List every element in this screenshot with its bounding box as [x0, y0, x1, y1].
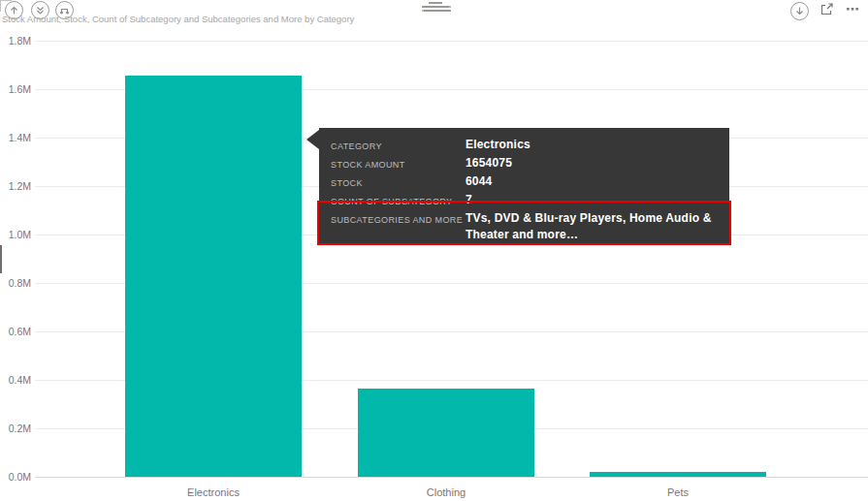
tooltip-row: STOCK AMOUNT1654075 — [331, 155, 718, 173]
tooltip-arrow — [306, 130, 319, 149]
gridline — [35, 41, 868, 42]
x-axis-tick-label: Clothing — [388, 486, 504, 498]
tooltip: CATEGORYElectronicsSTOCK AMOUNT1654075ST… — [319, 128, 729, 244]
x-axis-tick-label: Pets — [620, 486, 736, 498]
tooltip-field-value: Electronics — [466, 137, 718, 153]
gridline — [35, 477, 868, 478]
y-axis-tick-label: 0.2M — [0, 423, 31, 434]
tooltip-field-label: STOCK — [331, 173, 466, 192]
y-axis-tick-label: 1.4M — [0, 132, 31, 143]
y-axis-tick-label: 1.2M — [0, 180, 31, 192]
drag-handle-line — [422, 10, 451, 12]
y-axis-tick-label: 0.8M — [0, 277, 31, 289]
tooltip-field-label: SUBCATEGORIES AND MORE — [331, 210, 466, 229]
drill-down-button[interactable] — [790, 2, 809, 20]
drag-handle-line — [429, 2, 442, 4]
tooltip-row: SUBCATEGORIES AND MORETVs, DVD & Blu-ray… — [331, 210, 718, 243]
more-options-icon: ⋯ — [846, 4, 861, 14]
tooltip-field-value: 7 — [466, 192, 718, 208]
tooltip-row: STOCK6044 — [331, 173, 718, 192]
y-axis-title-clipped — [0, 245, 2, 273]
y-axis-tick-label: 1.0M — [0, 229, 31, 240]
focus-mode-icon — [820, 2, 834, 20]
bar-pets[interactable] — [590, 472, 766, 477]
powerbi-visual-container: ⋯ Stock Amount, Stock, Count of Subcateg… — [0, 0, 868, 501]
tooltip-row: CATEGORYElectronics — [331, 137, 718, 155]
y-axis-tick-label: 1.8M — [0, 35, 31, 47]
y-axis-tick-label: 0.4M — [0, 374, 31, 386]
more-options-button[interactable]: ⋯ — [842, 2, 865, 16]
drag-handle-line — [422, 6, 451, 8]
tooltip-field-label: COUNT OF SUBCATEGORY — [331, 192, 466, 210]
focus-mode-button[interactable] — [820, 4, 834, 18]
chart-title: Stock Amount, Stock, Count of Subcategor… — [2, 14, 354, 24]
bar-clothing[interactable] — [358, 389, 534, 477]
tooltip-field-value: TVs, DVD & Blu-ray Players, Home Audio &… — [466, 210, 718, 243]
tooltip-field-value: 1654075 — [466, 155, 718, 172]
tooltip-row: COUNT OF SUBCATEGORY7 — [331, 192, 718, 210]
tooltip-rows: CATEGORYElectronicsSTOCK AMOUNT1654075ST… — [331, 137, 718, 243]
x-axis-tick-label: Electronics — [155, 486, 272, 498]
tooltip-field-label: STOCK AMOUNT — [331, 155, 466, 173]
y-axis-tick-label: 0.0M — [0, 471, 31, 483]
tooltip-field-value: 6044 — [466, 173, 718, 190]
tooltip-field-label: CATEGORY — [331, 137, 466, 155]
visual-drag-handle[interactable] — [422, 2, 449, 13]
bar-electronics[interactable] — [125, 76, 302, 477]
y-axis-tick-label: 0.6M — [0, 326, 31, 337]
y-axis-tick-label: 1.6M — [0, 83, 31, 95]
drill-down-icon — [793, 5, 806, 17]
